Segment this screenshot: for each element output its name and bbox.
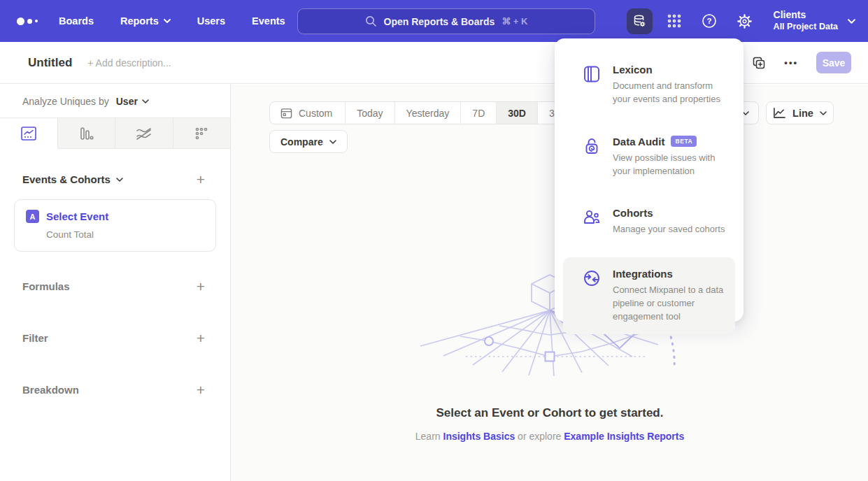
line-chart-icon [21, 127, 36, 141]
global-search-input[interactable]: Open Reports & Boards ⌘ + K [297, 8, 595, 34]
project-switcher[interactable]: Clients All Project Data [774, 9, 855, 32]
chevron-down-icon [116, 178, 123, 182]
chart-type-dropdown[interactable]: Line [766, 101, 834, 124]
formulas-label: Formulas [22, 280, 70, 292]
mixpanel-logo-icon[interactable] [17, 17, 41, 25]
nav-item-reports[interactable]: Reports [120, 15, 171, 27]
data-audit-lock-icon [583, 136, 601, 178]
nav-item-label: Events [252, 15, 285, 27]
empty-state-links: Learn Insights Basics or explore Example… [232, 431, 868, 442]
menu-item-cohorts[interactable]: Cohorts Manage your saved cohorts [563, 196, 735, 247]
menu-item-description: Connect Mixpanel to a data pipeline or c… [613, 284, 727, 324]
analyze-value: User [116, 96, 138, 107]
tab-metric-chart[interactable] [173, 118, 231, 148]
menu-item-lexicon[interactable]: Lexicon Document and transform your even… [563, 53, 735, 117]
query-builder-sidebar: Analyze Uniques by User [0, 85, 231, 481]
tab-bar-chart[interactable] [58, 118, 116, 148]
search-shortcut: ⌘ + K [501, 16, 527, 27]
date-range-7d[interactable]: 7D [461, 102, 497, 124]
nav-right-controls: ? Clients All Projec [627, 0, 855, 42]
chevron-down-icon [164, 19, 171, 23]
menu-item-description: Document and transform your events and p… [613, 80, 727, 106]
select-event-button[interactable]: Select Event [46, 210, 108, 222]
event-metric-dropdown[interactable]: Count Total [46, 229, 204, 240]
chart-area: Custom Today Yesterday 7D 30D 3M 6M Comp… [232, 85, 868, 481]
database-gear-icon [632, 13, 647, 29]
empty-state: Select an Event or Cohort to get started… [232, 261, 868, 442]
stacked-flow-icon [136, 127, 152, 141]
mixpanel-insights-page: Boards Reports Users Events Open Reports… [0, 0, 868, 481]
events-cohorts-dropdown[interactable]: Events & Cohorts [22, 173, 123, 185]
filter-section: Filter + [22, 331, 205, 345]
event-card[interactable]: A Select Event Count Total [14, 199, 216, 252]
date-range-label: Custom [299, 108, 332, 119]
empty-state-heading: Select an Event or Cohort to get started… [232, 406, 868, 420]
chevron-down-icon [142, 99, 149, 103]
integrations-sync-icon [583, 268, 601, 324]
add-filter-button[interactable]: + [197, 331, 205, 345]
org-name: Clients [774, 9, 838, 22]
settings-button[interactable] [732, 8, 757, 34]
nav-item-label: Reports [120, 15, 159, 27]
learn-prefix: Learn [415, 431, 441, 442]
nav-item-users[interactable]: Users [197, 15, 225, 27]
date-range-yesterday[interactable]: Yesterday [395, 102, 462, 124]
add-description-field[interactable]: + Add description... [87, 57, 171, 69]
menu-item-integrations[interactable]: Integrations Connect Mixpanel to a data … [563, 257, 735, 334]
analyze-row: Analyze Uniques by User [0, 85, 230, 117]
formulas-section: Formulas + [22, 279, 205, 294]
menu-item-data-audit[interactable]: Data AuditBETA View possible issues with… [563, 125, 735, 189]
menu-item-title: Lexicon [613, 64, 653, 76]
nav-item-boards[interactable]: Boards [59, 15, 94, 27]
compare-label: Compare [280, 136, 323, 148]
duplicate-icon[interactable] [752, 56, 766, 70]
breakdown-label: Breakdown [22, 384, 79, 396]
tab-line-chart[interactable] [0, 118, 58, 149]
svg-text:?: ? [707, 17, 712, 25]
nav-item-label: Boards [59, 15, 94, 27]
menu-item-title: Data Audit [613, 136, 664, 148]
insights-basics-link[interactable]: Insights Basics [443, 431, 515, 442]
nav-item-label: Users [197, 15, 225, 27]
menu-item-description: Manage your saved cohorts [613, 223, 725, 236]
date-range-today[interactable]: Today [346, 102, 394, 124]
events-cohorts-label: Events & Cohorts [22, 173, 111, 185]
analyze-value-dropdown[interactable]: User [116, 96, 149, 107]
help-icon: ? [701, 13, 718, 29]
help-button[interactable]: ? [697, 8, 723, 34]
lexicon-book-icon [583, 64, 601, 106]
date-range-custom[interactable]: Custom [270, 102, 346, 124]
apps-grid-button[interactable] [662, 8, 688, 34]
report-title[interactable]: Untitled [28, 56, 72, 70]
add-formula-button[interactable]: + [197, 279, 205, 294]
gear-icon [737, 13, 753, 29]
metric-dots-icon [194, 127, 208, 141]
nav-item-events[interactable]: Events [252, 15, 285, 27]
chevron-down-icon [848, 19, 855, 24]
data-management-menu: Lexicon Document and transform your even… [555, 38, 744, 322]
filter-label: Filter [22, 332, 48, 344]
event-letter-badge: A [26, 210, 39, 223]
analyze-label: Analyze Uniques by [22, 96, 109, 107]
chart-type-label: Line [792, 108, 813, 119]
example-reports-link[interactable]: Example Insights Reports [564, 431, 684, 442]
date-range-30d[interactable]: 30D [497, 102, 538, 124]
data-management-button[interactable] [627, 8, 653, 34]
primary-nav: Boards Reports Users Events [59, 15, 285, 27]
search-placeholder: Open Reports & Boards [384, 16, 495, 27]
chevron-down-icon [820, 111, 827, 115]
bar-chart-icon [78, 127, 94, 141]
more-options-button[interactable]: ••• [784, 57, 798, 68]
cohorts-people-icon [583, 207, 601, 236]
add-breakdown-button[interactable]: + [197, 382, 205, 397]
tab-stacked-chart[interactable] [115, 118, 173, 148]
project-name: All Project Data [774, 22, 838, 33]
menu-item-description: View possible issues with your implement… [613, 152, 727, 178]
breakdown-section: Breakdown + [22, 382, 205, 397]
top-nav: Boards Reports Users Events Open Reports… [0, 0, 868, 42]
events-cohorts-header: Events & Cohorts + [22, 172, 205, 187]
chart-type-tabs [0, 117, 230, 149]
add-event-button[interactable]: + [197, 172, 205, 187]
save-button[interactable]: Save [816, 52, 851, 73]
compare-dropdown[interactable]: Compare [269, 130, 348, 153]
